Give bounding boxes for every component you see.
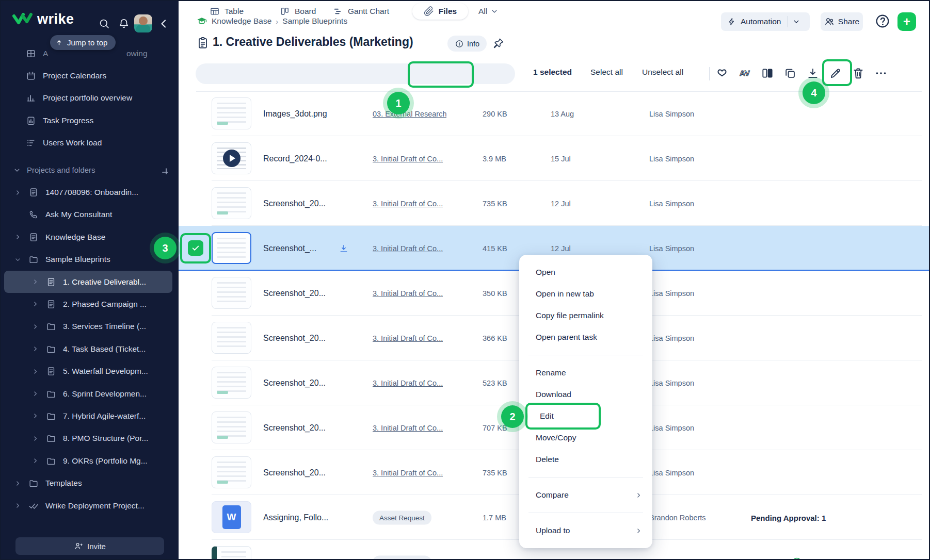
user-avatar[interactable]: [134, 14, 152, 32]
file-name[interactable]: Screenshot_20...: [263, 289, 326, 298]
sidebar-item-waterfall-development[interactable]: 5. Waterfall Developm...: [1, 360, 179, 382]
collapse-sidebar-icon[interactable]: [157, 18, 170, 30]
file-name[interactable]: Screenshot_20...: [263, 468, 326, 477]
file-folder-link[interactable]: 3. Initial Draft of Co...: [373, 424, 443, 432]
edit-icon[interactable]: [829, 67, 842, 80]
create-new-button[interactable]: +: [897, 12, 916, 31]
file-name[interactable]: Assigning, Follo...: [263, 513, 328, 522]
automation-dropdown[interactable]: [788, 18, 805, 25]
file-folder-link[interactable]: 3. Initial Draft of Co...: [373, 379, 443, 387]
file-row[interactable]: Record_2024-0... 3. Initial Draft of Co.…: [179, 136, 929, 181]
approvals-icon[interactable]: [715, 67, 729, 80]
proofing-icon[interactable]: [738, 67, 751, 80]
menu-item-open[interactable]: Open: [519, 261, 652, 283]
file-thumbnail[interactable]: [212, 367, 251, 399]
sidebar-item-okrs[interactable]: 9. OKRs (Portfolio Mg...: [1, 450, 179, 472]
file-name[interactable]: Screenshot_...: [263, 244, 316, 253]
file-name[interactable]: Screenshot_20...: [263, 334, 326, 343]
file-thumbnail[interactable]: [212, 456, 251, 488]
file-row[interactable]: Images_3dot.png 03. External Research 29…: [179, 91, 929, 136]
file-name[interactable]: Screenshot_20...: [263, 199, 326, 208]
search-icon[interactable]: [98, 18, 110, 30]
wrike-logo[interactable]: wrike: [12, 11, 74, 27]
sidebar-item-wrike-deployment-project[interactable]: Wrike Deployment Project...: [1, 495, 179, 517]
file-name[interactable]: Screenshot_20...: [263, 378, 326, 388]
sidebar-item-phased-campaign[interactable]: 2. Phased Campaign ...: [1, 293, 179, 315]
file-thumbnail[interactable]: [212, 232, 251, 264]
file-uploader: Brandon Roberts: [649, 514, 706, 522]
quick-download-icon[interactable]: [339, 243, 349, 254]
sidebar-item-task-based[interactable]: 4. Task Based (Ticket...: [1, 338, 179, 360]
menu-item-open-parent-task[interactable]: Open parent task: [519, 326, 652, 348]
share-button[interactable]: Share: [821, 12, 863, 31]
file-name[interactable]: Screenshot_20...: [263, 423, 326, 433]
video-thumbnail[interactable]: [212, 142, 251, 174]
sidebar-item-creative-deliverables[interactable]: 1. Creative Deliverabl...: [4, 271, 172, 293]
menu-item-copy-file-permalink[interactable]: Copy file permalink: [519, 305, 652, 326]
menu-item-edit[interactable]: Edit: [519, 405, 652, 427]
sidebar-item-ask-my-consultant[interactable]: Ask My Consultant: [1, 204, 179, 226]
menu-item-delete[interactable]: Delete: [519, 449, 652, 470]
unselect-all-button[interactable]: Unselect all: [642, 68, 683, 77]
file-row[interactable]: Screenshot_20... 3. Initial Draft of Co.…: [179, 181, 929, 226]
file-thumbnail[interactable]: [212, 277, 251, 309]
menu-item-upload-to[interactable]: Upload to: [519, 520, 652, 541]
sidebar-item-task-progress[interactable]: Task Progress: [1, 109, 179, 131]
file-folder-link[interactable]: 3. Initial Draft of Co...: [373, 469, 443, 477]
file-folder-link[interactable]: 3. Initial Draft of Co...: [373, 155, 443, 163]
automation-button[interactable]: Automation: [721, 12, 810, 31]
sidebar-item-templates[interactable]: Templates: [1, 472, 179, 494]
sidebar-item-sprint-development[interactable]: 6. Sprint Developmen...: [1, 383, 179, 405]
file-thumbnail[interactable]: [212, 97, 251, 129]
pin-icon[interactable]: [492, 37, 505, 50]
menu-item-rename[interactable]: Rename: [519, 362, 652, 384]
file-folder-link[interactable]: 3. Initial Draft of Co...: [373, 334, 443, 342]
tab-gantt-chart[interactable]: Gantt Chart: [333, 1, 389, 22]
file-size: 735 KB: [483, 200, 507, 208]
info-button[interactable]: Info: [447, 36, 487, 52]
duplicate-icon[interactable]: [783, 67, 797, 80]
menu-item-download[interactable]: Download: [519, 384, 652, 405]
sidebar-item-knowledge-base[interactable]: Knowledge Base: [1, 226, 179, 248]
menu-item-compare[interactable]: Compare: [519, 484, 652, 506]
menu-item-move-copy[interactable]: Move/Copy: [519, 427, 652, 449]
delete-icon[interactable]: [852, 67, 865, 80]
sidebar-item-pmo-structure[interactable]: 8. PMO Structure (Por...: [1, 427, 179, 450]
tab-board[interactable]: Board: [280, 1, 316, 22]
sidebar-item-onboarding[interactable]: 1407708096: Onboardin...: [1, 181, 179, 203]
file-name[interactable]: Record_2024-0...: [263, 154, 327, 163]
download-icon[interactable]: [806, 67, 820, 80]
sidebar-item-project-calendars[interactable]: Project Calendars: [1, 64, 179, 87]
file-folder-link[interactable]: 3. Initial Draft of Co...: [373, 200, 443, 208]
tab-table[interactable]: Table: [210, 1, 244, 22]
word-file-thumbnail[interactable]: W: [212, 501, 251, 533]
info-icon: [455, 39, 464, 48]
row-checkbox-checked[interactable]: [188, 240, 203, 256]
file-folder-link[interactable]: 3. Initial Draft of Co...: [373, 244, 443, 253]
file-thumbnail[interactable]: [212, 322, 251, 354]
file-folder-link[interactable]: 3. Initial Draft of Co...: [373, 289, 443, 298]
sidebar-item-services-timeline[interactable]: 3. Services Timeline (...: [1, 316, 179, 338]
add-project-icon[interactable]: [160, 166, 168, 174]
sidebar-item-users-work-load[interactable]: Users Work load: [1, 132, 179, 154]
menu-item-open-in-new-tab[interactable]: Open in new tab: [519, 283, 652, 305]
tab-files[interactable]: Files: [412, 3, 468, 20]
compare-icon[interactable]: [761, 67, 774, 80]
files-filter-dropdown[interactable]: All: [478, 1, 498, 22]
help-icon[interactable]: [874, 13, 891, 29]
sidebar-item-sample-blueprints[interactable]: Sample Blueprints: [1, 249, 179, 271]
sidebar-item-hybrid-agile-waterfall[interactable]: 7. Hybrid Agile-waterf...: [1, 405, 179, 427]
file-folder-link[interactable]: 03. External Research: [373, 110, 446, 118]
file-thumbnail[interactable]: [212, 187, 251, 219]
sidebar-item-hidden-by-tooltip[interactable]: A owing Jump to top: [1, 42, 179, 64]
projects-and-folders-section[interactable]: Projects and folders: [1, 159, 179, 181]
notifications-bell-icon[interactable]: [118, 18, 130, 30]
file-name[interactable]: Images_3dot.png: [263, 109, 327, 119]
select-all-button[interactable]: Select all: [590, 68, 623, 77]
invite-button[interactable]: Invite: [15, 537, 164, 555]
file-name[interactable]: Project A...: [263, 558, 303, 560]
file-thumbnail[interactable]: [212, 411, 251, 443]
more-actions-icon[interactable]: [874, 67, 888, 80]
sidebar-item-project-portfolio-overview[interactable]: Project portfolio overview: [1, 87, 179, 109]
file-thumbnail[interactable]: [212, 546, 251, 560]
